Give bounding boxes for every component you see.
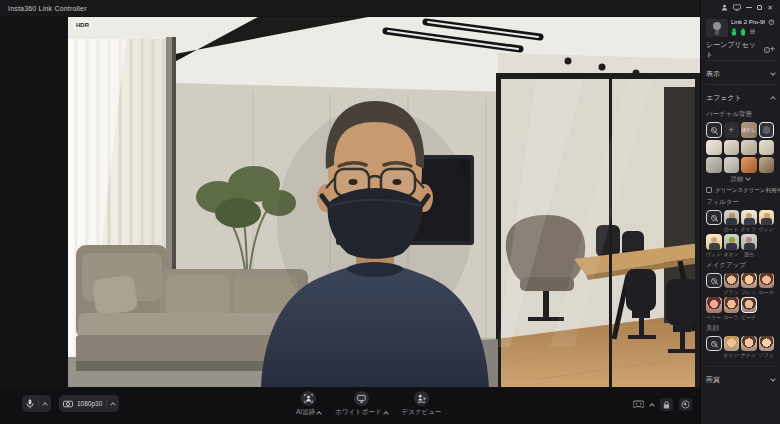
video-stage: HDR [0, 16, 700, 388]
resolution-value[interactable]: 1080p30 [77, 400, 102, 407]
camera-preview: HDR [68, 17, 700, 387]
virtual-bg-selected[interactable] [759, 122, 775, 138]
image-quality-chevron-icon[interactable] [770, 376, 776, 382]
account-icon[interactable] [721, 4, 728, 11]
deskview-icon[interactable] [414, 391, 429, 406]
scene-preset-section[interactable]: シーンプリセット + [706, 41, 775, 58]
filter-option[interactable]: ネオン [724, 234, 740, 257]
window-controls: ✕ [706, 0, 775, 15]
whiteboard-label: ホワイトボード [335, 408, 381, 417]
divider [706, 84, 775, 85]
beauty-option[interactable]: ソフト [759, 336, 775, 359]
close-icon[interactable]: ✕ [767, 4, 773, 11]
makeup-none-button[interactable] [706, 273, 722, 289]
mic-options-chevron-icon[interactable] [42, 402, 48, 408]
filter-title: フィルター [706, 198, 775, 207]
effects-section[interactable]: エフェクト [706, 89, 775, 106]
more-chevron-icon [745, 175, 751, 181]
greenscreen-checkbox-row[interactable]: グリーンスクリーン利用可能 [706, 187, 775, 194]
add-preset-button[interactable]: + [770, 45, 775, 54]
display-section[interactable]: 表示 [706, 65, 775, 82]
divider [706, 366, 775, 367]
device-status [731, 28, 765, 36]
makeup-option[interactable]: ピーチ [741, 297, 757, 320]
effects-chevron-icon[interactable] [770, 96, 776, 102]
device-card[interactable]: Link 2 Pro-96V0IQB ⚙ [706, 19, 775, 37]
ai-tracking-icon[interactable] [301, 391, 316, 406]
resolution-control: 1080p30 [59, 395, 119, 412]
virtual-bg-thumb[interactable] [759, 157, 775, 173]
disable-icon [711, 341, 717, 347]
hdr-badge: HDR [73, 21, 92, 29]
beauty-option[interactable]: オリジナル [724, 336, 740, 359]
filter-option[interactable]: 混合 [741, 234, 757, 257]
ai-tracking-label: AI追跡 [296, 408, 315, 417]
device-settings-gear-icon[interactable]: ⚙ [768, 19, 775, 27]
image-quality-section[interactable]: 画質 [706, 371, 775, 388]
camera-icon[interactable] [63, 400, 73, 408]
effects-label: エフェクト [706, 93, 742, 103]
beauty-none-button[interactable] [706, 336, 722, 352]
app-window: Insta360 Link Controller [0, 0, 780, 424]
virtual-bg-add-button[interactable] [724, 122, 740, 138]
maximize-icon[interactable] [757, 5, 762, 10]
greenscreen-label: グリーンスクリーン利用可能 [715, 187, 780, 194]
divider [706, 60, 775, 61]
screen-icon[interactable] [733, 4, 741, 11]
disable-icon [711, 127, 717, 133]
minimize-icon[interactable] [746, 7, 752, 8]
makeup-option[interactable]: ローズ [759, 273, 775, 296]
virtual-bg-thumb[interactable] [706, 157, 722, 173]
beauty-title: 美顔 [706, 324, 775, 333]
filter-option[interactable]: デイライト [741, 210, 757, 233]
virtual-bg-thumb[interactable] [724, 157, 740, 173]
gimbal-control-icon[interactable] [633, 400, 644, 409]
beauty-option[interactable]: ナチュラル [741, 336, 757, 359]
filter-option[interactable]: ヴィンテ… [706, 234, 722, 257]
filter-option[interactable]: ヴィンテ… [759, 210, 775, 233]
more-label: 詳細 [731, 175, 743, 184]
makeup-title: メイクアップ [706, 261, 775, 270]
makeup-option[interactable]: コーラル [724, 297, 740, 320]
divider [38, 399, 39, 408]
greenscreen-checkbox[interactable] [706, 187, 712, 193]
makeup-option[interactable]: ベリー [706, 297, 722, 320]
disable-icon [711, 278, 717, 284]
status-menu-icon [749, 28, 756, 35]
virtual-bg-thumb[interactable] [759, 140, 775, 156]
resolution-chevron-icon[interactable] [110, 402, 116, 408]
mic-control [22, 395, 51, 412]
virtual-bg-thumb[interactable] [741, 157, 757, 173]
whiteboard-chevron-icon[interactable] [383, 411, 389, 417]
sidebar: ✕ Link 2 Pro-96V0IQB ⚙ シーンプリセット + 表示 [700, 0, 780, 424]
deskview-button[interactable]: デスクビュー [402, 391, 442, 417]
scene-preset-label: シーンプリセット [706, 40, 762, 60]
titlebar: Insta360 Link Controller [0, 0, 700, 16]
device-thumbnail [706, 19, 728, 37]
virtual-bg-thumb[interactable] [706, 140, 722, 156]
device-name: Link 2 Pro-96V0IQB [731, 19, 765, 25]
mic-icon[interactable] [26, 399, 34, 409]
lock-button[interactable] [660, 398, 673, 411]
virtual-bg-thumb[interactable] [724, 140, 740, 156]
virtual-bg-blur[interactable]: ぼかし [741, 122, 757, 138]
filter-none-button[interactable] [706, 210, 722, 226]
display-chevron-icon[interactable] [770, 70, 776, 76]
virtual-bg-thumb[interactable] [741, 140, 757, 156]
whiteboard-icon[interactable] [354, 391, 369, 406]
gimbal-chevron-icon[interactable] [649, 403, 655, 409]
display-label: 表示 [706, 69, 720, 79]
deskview-label: デスクビュー [402, 408, 442, 417]
makeup-option[interactable]: フレッシュ [741, 273, 757, 296]
whiteboard-button[interactable]: ホワイトボード [335, 391, 387, 417]
recenter-button[interactable] [679, 398, 692, 411]
makeup-option[interactable]: ブラッシュ [724, 273, 740, 296]
ai-tracking-chevron-icon[interactable] [316, 411, 322, 417]
ai-tracking-button[interactable]: AI追跡 [296, 391, 321, 417]
filter-option[interactable]: ポートレ… [724, 210, 740, 233]
blur-label: ぼかし [742, 127, 756, 132]
image-quality-label: 画質 [706, 375, 720, 385]
virtual-bg-none-button[interactable] [706, 122, 722, 138]
office-scene [68, 17, 700, 387]
virtual-bg-more-button[interactable]: 詳細 [706, 175, 775, 184]
